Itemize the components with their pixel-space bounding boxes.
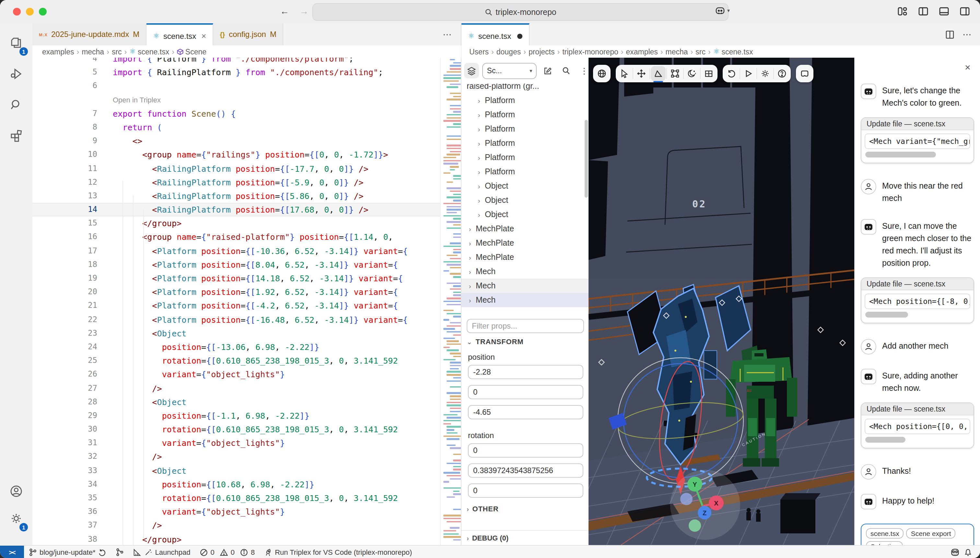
close-window-button[interactable] [13,8,21,16]
toggle-secondary-sidebar-icon[interactable] [959,5,971,18]
code-line-25[interactable]: 25 rotation={[0.610_865_238_198_015_3, 0… [33,354,461,368]
code-line-4[interactable]: 4import { Platform } from "./components/… [33,58,461,66]
breadcrumb-item-triplex-monorepo[interactable]: triplex-monorepo [562,48,618,56]
code-line-11[interactable]: 11 <RailingPlatform position={[-17.7, 0,… [33,162,461,175]
tree-item-object[interactable]: ›Object [461,207,589,222]
play-icon[interactable] [741,66,756,81]
code-line-12[interactable]: 12 <RailingPlatform position={[-5.9, 0, … [33,175,461,189]
move-tool-button[interactable] [634,66,649,81]
problems-status[interactable]: 0 0 8 [195,546,259,558]
tree-item-mech[interactable]: ›Mech [461,293,589,307]
command-center-search[interactable]: triplex-monorepo [312,3,729,21]
navigate-back-button[interactable]: ← [279,6,291,16]
code-line-37[interactable]: 37 /> [33,519,461,532]
help-icon[interactable] [775,66,790,81]
code-line-5[interactable]: 5import { RailingPlatform } from "./comp… [33,66,461,79]
tree-item-object[interactable]: ›Object [461,193,589,207]
code-line-32[interactable]: 32 /> [33,450,461,464]
viewport-canvas[interactable]: 02 [589,58,854,545]
sidebar-item-explorer[interactable]: 1 [0,28,33,57]
breadcrumb-item-examples[interactable]: examples [626,48,658,56]
breadcrumb-item-douges[interactable]: douges [496,48,521,56]
position-z-input[interactable] [468,405,583,419]
rotation-x-input[interactable] [468,443,583,458]
sidebar-item-run-debug[interactable] [0,60,33,88]
position-y-input[interactable] [468,385,583,399]
edit-scene-icon[interactable] [540,63,555,79]
transform-section-header[interactable]: ⌄ TRANSFORM [467,338,524,345]
position-x-input[interactable] [468,365,583,379]
launchpad-status[interactable]: Launchpad [129,546,195,558]
tree-item-mech[interactable]: ›Mech [461,264,589,279]
tab-close-icon[interactable]: × [201,31,206,41]
tree-scrollbar[interactable] [584,120,588,198]
code-line-21[interactable]: 21 <Platform position={[-4.2, 6.52, -3.1… [33,299,461,313]
tab-scene-tsx[interactable]: ⚛scene.tsx× [146,23,213,47]
minimap[interactable] [440,58,461,545]
code-editor[interactable]: 4import { Platform } from "./components/… [33,58,461,545]
breadcrumb-item-mecha[interactable]: mecha [666,48,688,56]
code-line-33[interactable]: 33 <Object [33,464,461,477]
breadcrumb-item-projects[interactable]: projects [529,48,555,56]
breadcrumb-item-users[interactable]: Users [469,48,489,56]
accounts-button[interactable] [0,477,33,505]
code-line-35[interactable]: 35 rotation={[0.610_865_238_198_015_3, 0… [33,491,461,505]
source-control-graph-status[interactable] [111,546,129,558]
code-line-27[interactable]: 27 /> [33,381,461,395]
select-tool-button[interactable] [617,66,632,81]
sidebar-item-search[interactable] [0,91,33,119]
undo-icon[interactable] [724,66,739,81]
code-line-19[interactable]: 19 <Platform position={[14.18, 6.52, -3.… [33,272,461,285]
tab-config-json[interactable]: {}config.jsonM [213,23,284,45]
other-section-header[interactable]: › OTHER [467,505,498,513]
tab-2025-june-update-mdx[interactable]: M↓X2025-june-update.mdxM [33,23,146,45]
tab-scene-tsx-right[interactable]: ⚛ scene.tsx [461,23,529,47]
code-line-13[interactable]: 13 <RailingPlatform position={[5.86, 0, … [33,189,461,203]
triplex-3d-viewport[interactable]: 02 [589,58,854,545]
code-line-24[interactable]: 24 position={[-13.06, 6.98, -2.22]} [33,340,461,354]
code-line-16[interactable]: 16 <group name={"raised-platform"} posit… [33,230,461,244]
zoom-window-button[interactable] [39,8,47,16]
context-chip-scene-tsx[interactable]: scene.tsx [866,528,904,538]
tree-item-platform[interactable]: ›Platform [461,165,589,179]
code-line-22[interactable]: 22 <Platform position={[-16.48, 6.52, -3… [33,313,461,326]
grid-view-tool-button[interactable] [701,66,716,81]
close-icon[interactable]: × [962,61,973,72]
rotation-y-input[interactable] [468,463,583,478]
scene-selector-dropdown[interactable]: Sc... ▾ [483,62,537,79]
search-scene-icon[interactable] [558,63,574,79]
axis-gizmo[interactable]: Y X Z [670,470,740,540]
code-line-26[interactable]: 26 variant={"object_lights"} [33,368,461,381]
frame-camera-tool-button[interactable] [797,66,812,81]
minimize-window-button[interactable] [26,8,34,16]
tree-item-platform[interactable]: ›Platform [461,136,589,150]
scale-tool-button[interactable] [668,66,683,81]
code-line-38[interactable]: 38 </group> [33,532,461,545]
customize-layout-icon[interactable] [896,5,909,18]
tree-item-mech[interactable]: ›Mech [461,279,589,293]
tree-item-platform[interactable]: ›Platform [461,122,589,136]
layers-icon[interactable] [464,63,479,79]
code-line-10[interactable]: 10 <group name={"railings"} position={[0… [33,148,461,162]
night-mode-tool-button[interactable] [685,66,699,81]
code-line-28[interactable]: 28 <Object [33,395,461,409]
update-file-card[interactable]: Update file — scene.tsx<Mech position={[… [861,277,974,323]
code-line-9[interactable]: 9 <> [33,134,461,148]
breadcrumb-item-scene[interactable]: Scene [177,48,207,56]
code-line-15[interactable]: 15 </group> [33,217,461,230]
code-line-34[interactable]: 34 position={[10.68, 6.98, -2.22]} [33,478,461,491]
tree-item-raised-platform-gr-[interactable]: raised-platform (gr... [461,84,589,94]
debug-section-header[interactable]: › DEBUG (0) [461,530,589,545]
breadcrumb-item-scene.tsx[interactable]: ⚛scene.tsx [129,47,169,56]
git-branch-status[interactable]: blog/june-update* [24,546,111,558]
more-actions-icon[interactable]: ⋯ [962,29,972,39]
tree-item-platform[interactable]: ›Platform [461,150,589,165]
code-line-14[interactable]: 14 <RailingPlatform position={[17.68, 0,… [33,203,461,217]
world-space-tool-button[interactable] [594,66,609,81]
code-line-31[interactable]: 31 variant={"object_lights"} [33,437,461,450]
update-file-card[interactable]: Update file — scene.tsx<Mech variant={"m… [861,117,974,163]
breadcrumb-item-mecha[interactable]: mecha [82,48,104,56]
code-line-23[interactable]: 23 <Object [33,327,461,340]
tree-item-mechplate[interactable]: ›MechPlate [461,236,589,250]
rotate-tool-button[interactable] [651,66,666,81]
